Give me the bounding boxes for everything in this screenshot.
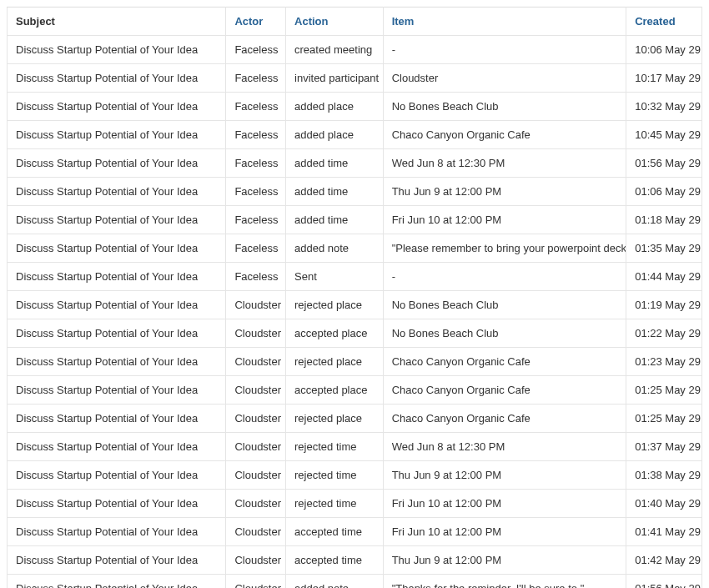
cell-created: 01:56 May 29 xyxy=(626,149,702,178)
cell-created: 01:06 May 29 xyxy=(626,178,702,206)
cell-created: 01:35 May 29 xyxy=(626,234,702,263)
cell-created: 10:17 May 29 xyxy=(626,64,702,93)
cell-actor: Cloudster xyxy=(226,376,286,405)
cell-actor: Faceless xyxy=(226,263,286,291)
cell-actor: Cloudster xyxy=(226,461,286,490)
cell-actor: Cloudster xyxy=(226,405,286,433)
table-row: Discuss Startup Potential of Your IdeaFa… xyxy=(8,206,702,234)
cell-action: accepted time xyxy=(286,518,384,546)
cell-subject: Discuss Startup Potential of Your Idea xyxy=(8,490,226,518)
table-row: Discuss Startup Potential of Your IdeaCl… xyxy=(8,376,702,405)
cell-subject: Discuss Startup Potential of Your Idea xyxy=(8,433,226,461)
cell-actor: Faceless xyxy=(226,206,286,234)
cell-item: Fri Jun 10 at 12:00 PM xyxy=(383,490,626,518)
cell-item: Chaco Canyon Organic Cafe xyxy=(383,348,626,376)
cell-created: 01:22 May 29 xyxy=(626,319,702,348)
table-row: Discuss Startup Potential of Your IdeaCl… xyxy=(8,319,702,348)
table-row: Discuss Startup Potential of Your IdeaFa… xyxy=(8,149,702,178)
cell-created: 01:19 May 29 xyxy=(626,291,702,319)
activity-log-table: Subject Actor Action Item Created Discus… xyxy=(7,7,702,588)
cell-created: 01:25 May 29 xyxy=(626,405,702,433)
cell-subject: Discuss Startup Potential of Your Idea xyxy=(8,206,226,234)
table-row: Discuss Startup Potential of Your IdeaCl… xyxy=(8,405,702,433)
cell-action: rejected time xyxy=(286,490,384,518)
cell-item: Thu Jun 9 at 12:00 PM xyxy=(383,461,626,490)
cell-actor: Cloudster xyxy=(226,575,286,589)
cell-created: 01:25 May 29 xyxy=(626,376,702,405)
table-row: Discuss Startup Potential of Your IdeaCl… xyxy=(8,518,702,546)
table-row: Discuss Startup Potential of Your IdeaCl… xyxy=(8,291,702,319)
table-body: Discuss Startup Potential of Your IdeaFa… xyxy=(8,36,702,589)
cell-action: invited participant xyxy=(286,64,384,93)
cell-subject: Discuss Startup Potential of Your Idea xyxy=(8,234,226,263)
table-row: Discuss Startup Potential of Your IdeaCl… xyxy=(8,575,702,589)
cell-subject: Discuss Startup Potential of Your Idea xyxy=(8,546,226,575)
cell-item: No Bones Beach Club xyxy=(383,291,626,319)
cell-subject: Discuss Startup Potential of Your Idea xyxy=(8,518,226,546)
cell-created: 01:18 May 29 xyxy=(626,206,702,234)
cell-item: No Bones Beach Club xyxy=(383,93,626,121)
cell-item: Thu Jun 9 at 12:00 PM xyxy=(383,546,626,575)
cell-actor: Faceless xyxy=(226,178,286,206)
cell-item: Chaco Canyon Organic Cafe xyxy=(383,405,626,433)
cell-actor: Cloudster xyxy=(226,319,286,348)
cell-action: rejected time xyxy=(286,461,384,490)
cell-item: Fri Jun 10 at 12:00 PM xyxy=(383,206,626,234)
cell-actor: Faceless xyxy=(226,93,286,121)
cell-action: added time xyxy=(286,178,384,206)
cell-action: rejected place xyxy=(286,348,384,376)
cell-subject: Discuss Startup Potential of Your Idea xyxy=(8,64,226,93)
cell-item: Wed Jun 8 at 12:30 PM xyxy=(383,149,626,178)
col-header-action[interactable]: Action xyxy=(286,8,384,36)
cell-created: 01:37 May 29 xyxy=(626,433,702,461)
cell-created: 01:23 May 29 xyxy=(626,348,702,376)
table-row: Discuss Startup Potential of Your IdeaCl… xyxy=(8,461,702,490)
cell-action: added time xyxy=(286,206,384,234)
cell-subject: Discuss Startup Potential of Your Idea xyxy=(8,291,226,319)
table-row: Discuss Startup Potential of Your IdeaCl… xyxy=(8,348,702,376)
cell-item: "Thanks for the reminder. I'll be sure t… xyxy=(383,575,626,589)
cell-subject: Discuss Startup Potential of Your Idea xyxy=(8,348,226,376)
cell-action: added note xyxy=(286,575,384,589)
col-header-actor[interactable]: Actor xyxy=(226,8,286,36)
cell-created: 10:45 May 29 xyxy=(626,121,702,149)
cell-created: 10:32 May 29 xyxy=(626,93,702,121)
cell-subject: Discuss Startup Potential of Your Idea xyxy=(8,121,226,149)
cell-subject: Discuss Startup Potential of Your Idea xyxy=(8,93,226,121)
cell-action: rejected time xyxy=(286,433,384,461)
cell-subject: Discuss Startup Potential of Your Idea xyxy=(8,376,226,405)
cell-created: 01:42 May 29 xyxy=(626,546,702,575)
cell-action: rejected place xyxy=(286,405,384,433)
cell-action: added time xyxy=(286,149,384,178)
cell-subject: Discuss Startup Potential of Your Idea xyxy=(8,461,226,490)
table-header-row: Subject Actor Action Item Created xyxy=(8,8,702,36)
cell-created: 01:41 May 29 xyxy=(626,518,702,546)
cell-created: 01:40 May 29 xyxy=(626,490,702,518)
cell-action: created meeting xyxy=(286,36,384,64)
col-header-subject: Subject xyxy=(8,8,226,36)
table-row: Discuss Startup Potential of Your IdeaCl… xyxy=(8,490,702,518)
cell-created: 01:38 May 29 xyxy=(626,461,702,490)
cell-created: 01:56 May 29 xyxy=(626,575,702,589)
cell-actor: Faceless xyxy=(226,149,286,178)
cell-action: added note xyxy=(286,234,384,263)
cell-actor: Faceless xyxy=(226,234,286,263)
cell-action: added place xyxy=(286,121,384,149)
cell-item: Chaco Canyon Organic Cafe xyxy=(383,121,626,149)
cell-actor: Cloudster xyxy=(226,291,286,319)
cell-actor: Cloudster xyxy=(226,348,286,376)
cell-subject: Discuss Startup Potential of Your Idea xyxy=(8,319,226,348)
table-row: Discuss Startup Potential of Your IdeaCl… xyxy=(8,433,702,461)
cell-action: Sent xyxy=(286,263,384,291)
table-row: Discuss Startup Potential of Your IdeaFa… xyxy=(8,234,702,263)
table-row: Discuss Startup Potential of Your IdeaFa… xyxy=(8,64,702,93)
table-row: Discuss Startup Potential of Your IdeaFa… xyxy=(8,263,702,291)
cell-item: Wed Jun 8 at 12:30 PM xyxy=(383,433,626,461)
cell-actor: Faceless xyxy=(226,64,286,93)
col-header-created[interactable]: Created xyxy=(626,8,702,36)
cell-item: Chaco Canyon Organic Cafe xyxy=(383,376,626,405)
table-row: Discuss Startup Potential of Your IdeaFa… xyxy=(8,121,702,149)
col-header-item[interactable]: Item xyxy=(383,8,626,36)
cell-action: rejected place xyxy=(286,291,384,319)
cell-created: 01:44 May 29 xyxy=(626,263,702,291)
